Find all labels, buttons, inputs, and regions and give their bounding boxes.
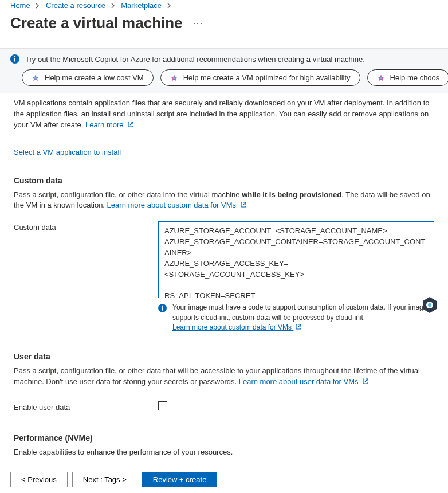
copilot-pill-label: Help me create a VM optimized for high a…	[183, 73, 351, 82]
info-icon	[158, 304, 167, 312]
learn-more-vm-apps-link[interactable]: Learn more	[85, 120, 134, 129]
performance-heading: Performance (NVMe)	[14, 433, 434, 443]
svg-point-11	[428, 303, 431, 307]
breadcrumb-create-resource[interactable]: Create a resource	[46, 1, 105, 10]
copilot-pill-label: Help me choos	[390, 73, 440, 82]
more-actions-button[interactable]: ···	[193, 17, 203, 29]
external-link-icon	[127, 121, 134, 128]
chevron-right-icon	[167, 1, 172, 10]
performance-description: Enable capabilities to enhance the perfo…	[14, 447, 434, 458]
custom-data-textarea[interactable]	[158, 221, 434, 298]
chevron-right-icon	[36, 1, 40, 10]
breadcrumb-marketplace[interactable]: Marketplace	[121, 1, 162, 10]
chevron-right-icon	[111, 1, 116, 10]
svg-point-3	[34, 76, 37, 79]
external-link-icon	[240, 201, 247, 208]
page-title: Create a virtual machine	[10, 14, 183, 32]
copilot-floating-button[interactable]	[421, 296, 439, 314]
svg-rect-7	[162, 307, 163, 311]
external-link-icon	[362, 378, 369, 385]
enable-user-data-label: Enable user data	[14, 401, 158, 412]
breadcrumb: Home Create a resource Marketplace	[0, 0, 448, 10]
custom-data-label: Custom data	[14, 221, 158, 232]
custom-data-description: Pass a script, configuration file, or ot…	[14, 190, 434, 212]
learn-more-custom-data-note-link[interactable]: Learn more about custom data for VMs	[172, 323, 302, 331]
vm-apps-paragraph: VM applications contain application file…	[14, 98, 434, 131]
learn-more-user-data-link[interactable]: Learn more about user data for VMs	[239, 377, 369, 386]
info-icon	[10, 54, 19, 64]
custom-data-heading: Custom data	[14, 176, 434, 185]
copilot-icon	[32, 74, 40, 82]
user-data-heading: User data	[14, 352, 434, 361]
copilot-banner: Try out the Microsoft Copilot for Azure …	[0, 48, 448, 93]
breadcrumb-home[interactable]: Home	[10, 1, 30, 10]
copilot-pill-low-cost[interactable]: Help me create a low cost VM	[22, 69, 154, 86]
svg-point-2	[14, 56, 15, 57]
select-vm-application-link[interactable]: Select a VM application to install	[14, 148, 121, 156]
wizard-footer: < Previous Next : Tags > Review + create	[10, 472, 217, 487]
svg-point-8	[162, 306, 163, 307]
previous-button[interactable]: < Previous	[10, 472, 68, 487]
copilot-icon	[170, 74, 178, 82]
copilot-icon	[377, 74, 385, 82]
svg-rect-1	[14, 58, 15, 62]
next-button[interactable]: Next : Tags >	[72, 472, 137, 487]
user-data-description: Pass a script, configuration file, or ot…	[14, 366, 434, 388]
enable-user-data-checkbox[interactable]	[158, 401, 167, 410]
learn-more-custom-data-link[interactable]: Learn more about custom data for VMs	[107, 201, 247, 209]
copilot-banner-text: Try out the Microsoft Copilot for Azure …	[25, 55, 365, 64]
copilot-pill-choose[interactable]: Help me choos	[367, 69, 448, 86]
svg-point-4	[172, 76, 175, 79]
copilot-pill-label: Help me create a low cost VM	[45, 73, 144, 82]
custom-data-note: Your image must have a code to support c…	[172, 303, 434, 332]
review-create-button[interactable]: Review + create	[142, 472, 218, 487]
svg-point-5	[379, 76, 382, 79]
copilot-pill-high-availability[interactable]: Help me create a VM optimized for high a…	[160, 69, 360, 86]
external-link-icon	[295, 323, 302, 330]
